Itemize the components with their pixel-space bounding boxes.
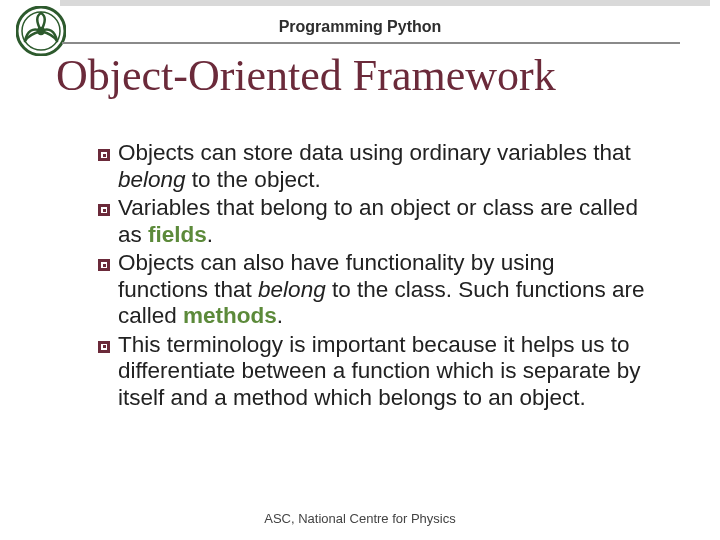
slide-title: Object-Oriented Framework	[56, 50, 556, 101]
slide: Programming Python Object-Oriented Frame…	[0, 0, 720, 540]
list-item: Objects can also have functionality by u…	[98, 250, 650, 330]
bullet-icon	[98, 204, 110, 216]
list-item: This terminology is important because it…	[98, 332, 650, 412]
bullet-list: Objects can store data using ordinary va…	[98, 140, 650, 413]
list-item: Objects can store data using ordinary va…	[98, 140, 650, 193]
bullet-icon	[98, 149, 110, 161]
top-bar-decoration	[60, 0, 710, 6]
header-divider	[62, 42, 680, 44]
header-course-title: Programming Python	[0, 18, 720, 36]
bullet-text: Variables that belong to an object or cl…	[118, 195, 650, 248]
bullet-icon	[98, 259, 110, 271]
bullet-text: This terminology is important because it…	[118, 332, 650, 412]
bullet-text: Objects can also have functionality by u…	[118, 250, 650, 330]
list-item: Variables that belong to an object or cl…	[98, 195, 650, 248]
footer-text: ASC, National Centre for Physics	[0, 511, 720, 526]
bullet-icon	[98, 341, 110, 353]
bullet-text: Objects can store data using ordinary va…	[118, 140, 650, 193]
